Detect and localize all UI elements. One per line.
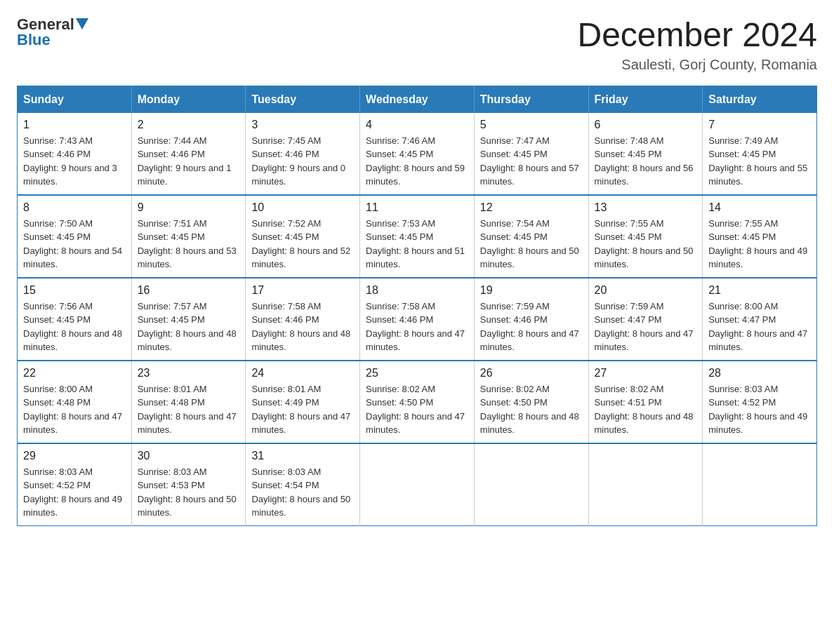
calendar-cell: 12 Sunrise: 7:54 AMSunset: 4:45 PMDaylig… (474, 195, 588, 278)
calendar-cell: 13 Sunrise: 7:55 AMSunset: 4:45 PMDaylig… (588, 195, 703, 278)
calendar-cell: 8 Sunrise: 7:50 AMSunset: 4:45 PMDayligh… (18, 195, 132, 278)
day-info: Sunrise: 8:02 AMSunset: 4:50 PMDaylight:… (366, 382, 468, 437)
calendar-cell: 17 Sunrise: 7:58 AMSunset: 4:46 PMDaylig… (246, 278, 360, 361)
logo: General Blue (17, 17, 88, 48)
day-number: 6 (595, 119, 697, 131)
day-number: 7 (708, 119, 811, 131)
day-number: 9 (138, 201, 240, 214)
calendar-cell: 3 Sunrise: 7:45 AMSunset: 4:46 PMDayligh… (246, 113, 360, 195)
day-info: Sunrise: 7:49 AMSunset: 4:45 PMDaylight:… (708, 134, 811, 189)
header-tuesday: Tuesday (246, 86, 360, 113)
calendar-cell: 9 Sunrise: 7:51 AMSunset: 4:45 PMDayligh… (131, 195, 246, 278)
calendar-cell: 14 Sunrise: 7:55 AMSunset: 4:45 PMDaylig… (703, 195, 817, 278)
day-info: Sunrise: 7:51 AMSunset: 4:45 PMDaylight:… (138, 217, 240, 271)
day-number: 24 (251, 367, 354, 380)
header-friday: Friday (588, 86, 703, 113)
day-info: Sunrise: 8:03 AMSunset: 4:53 PMDaylight:… (138, 465, 240, 520)
calendar-cell: 24 Sunrise: 8:01 AMSunset: 4:49 PMDaylig… (246, 361, 360, 443)
calendar-cell: 28 Sunrise: 8:03 AMSunset: 4:52 PMDaylig… (703, 361, 817, 443)
day-info: Sunrise: 8:01 AMSunset: 4:49 PMDaylight:… (251, 382, 354, 437)
day-number: 25 (366, 367, 468, 380)
calendar-cell: 25 Sunrise: 8:02 AMSunset: 4:50 PMDaylig… (360, 361, 475, 443)
day-info: Sunrise: 7:59 AMSunset: 4:47 PMDaylight:… (595, 300, 697, 354)
day-info: Sunrise: 7:56 AMSunset: 4:45 PMDaylight:… (23, 300, 126, 354)
day-info: Sunrise: 8:00 AMSunset: 4:47 PMDaylight:… (708, 300, 811, 354)
day-info: Sunrise: 8:02 AMSunset: 4:51 PMDaylight:… (595, 382, 697, 437)
svg-marker-0 (76, 18, 88, 29)
day-number: 23 (138, 367, 240, 380)
calendar-cell (588, 443, 703, 526)
header-wednesday: Wednesday (360, 86, 475, 113)
calendar-cell: 18 Sunrise: 7:58 AMSunset: 4:46 PMDaylig… (360, 278, 475, 361)
day-number: 2 (138, 119, 240, 131)
calendar-cell: 30 Sunrise: 8:03 AMSunset: 4:53 PMDaylig… (131, 443, 246, 526)
day-number: 30 (138, 450, 240, 462)
day-info: Sunrise: 7:54 AMSunset: 4:45 PMDaylight:… (480, 217, 583, 271)
calendar-week-row: 15 Sunrise: 7:56 AMSunset: 4:45 PMDaylig… (18, 278, 817, 361)
day-number: 18 (366, 284, 468, 297)
day-number: 27 (595, 367, 697, 380)
day-info: Sunrise: 8:03 AMSunset: 4:52 PMDaylight:… (23, 465, 126, 520)
day-number: 20 (595, 284, 697, 297)
calendar-cell: 31 Sunrise: 8:03 AMSunset: 4:54 PMDaylig… (246, 443, 360, 526)
day-number: 8 (23, 201, 126, 214)
day-info: Sunrise: 8:03 AMSunset: 4:54 PMDaylight:… (251, 465, 354, 520)
calendar-table: SundayMondayTuesdayWednesdayThursdayFrid… (17, 86, 817, 526)
calendar-cell (360, 443, 475, 526)
day-number: 31 (251, 450, 354, 462)
calendar-cell: 2 Sunrise: 7:44 AMSunset: 4:46 PMDayligh… (131, 113, 246, 195)
page-header: General Blue December 2024 Saulesti, Gor… (17, 17, 817, 73)
calendar-cell: 10 Sunrise: 7:52 AMSunset: 4:45 PMDaylig… (246, 195, 360, 278)
calendar-cell: 21 Sunrise: 8:00 AMSunset: 4:47 PMDaylig… (703, 278, 817, 361)
calendar-cell: 7 Sunrise: 7:49 AMSunset: 4:45 PMDayligh… (703, 113, 817, 195)
calendar-cell (703, 443, 817, 526)
day-number: 10 (251, 201, 354, 214)
location-subtitle: Saulesti, Gorj County, Romania (577, 57, 817, 73)
day-info: Sunrise: 8:01 AMSunset: 4:48 PMDaylight:… (138, 382, 240, 437)
day-info: Sunrise: 7:52 AMSunset: 4:45 PMDaylight:… (251, 217, 354, 271)
day-info: Sunrise: 7:58 AMSunset: 4:46 PMDaylight:… (366, 300, 468, 354)
day-number: 4 (366, 119, 468, 131)
day-number: 16 (138, 284, 240, 297)
day-info: Sunrise: 7:45 AMSunset: 4:46 PMDaylight:… (251, 134, 354, 189)
calendar-cell: 5 Sunrise: 7:47 AMSunset: 4:45 PMDayligh… (474, 113, 588, 195)
day-number: 17 (251, 284, 354, 297)
calendar-cell: 15 Sunrise: 7:56 AMSunset: 4:45 PMDaylig… (18, 278, 132, 361)
day-number: 28 (708, 367, 811, 380)
day-number: 19 (480, 284, 583, 297)
day-number: 13 (595, 201, 697, 214)
calendar-week-row: 8 Sunrise: 7:50 AMSunset: 4:45 PMDayligh… (18, 195, 817, 278)
day-info: Sunrise: 7:57 AMSunset: 4:45 PMDaylight:… (138, 300, 240, 354)
day-info: Sunrise: 7:55 AMSunset: 4:45 PMDaylight:… (708, 217, 811, 271)
calendar-cell: 22 Sunrise: 8:00 AMSunset: 4:48 PMDaylig… (18, 361, 132, 443)
calendar-cell (474, 443, 588, 526)
day-info: Sunrise: 7:50 AMSunset: 4:45 PMDaylight:… (23, 217, 126, 271)
calendar-week-row: 29 Sunrise: 8:03 AMSunset: 4:52 PMDaylig… (18, 443, 817, 526)
day-number: 15 (23, 284, 126, 297)
title-section: December 2024 Saulesti, Gorj County, Rom… (577, 17, 817, 73)
day-number: 26 (480, 367, 583, 380)
day-number: 3 (251, 119, 354, 131)
header-thursday: Thursday (474, 86, 588, 113)
day-info: Sunrise: 7:59 AMSunset: 4:46 PMDaylight:… (480, 300, 583, 354)
calendar-cell: 20 Sunrise: 7:59 AMSunset: 4:47 PMDaylig… (588, 278, 703, 361)
calendar-cell: 27 Sunrise: 8:02 AMSunset: 4:51 PMDaylig… (588, 361, 703, 443)
calendar-cell: 6 Sunrise: 7:48 AMSunset: 4:45 PMDayligh… (588, 113, 703, 195)
day-number: 22 (23, 367, 126, 380)
logo-blue-text: Blue (17, 31, 51, 48)
calendar-cell: 23 Sunrise: 8:01 AMSunset: 4:48 PMDaylig… (131, 361, 246, 443)
day-info: Sunrise: 7:48 AMSunset: 4:45 PMDaylight:… (595, 134, 697, 189)
month-title: December 2024 (577, 17, 817, 54)
day-number: 21 (708, 284, 811, 297)
logo-general-text: General (17, 17, 74, 32)
calendar-cell: 16 Sunrise: 7:57 AMSunset: 4:45 PMDaylig… (131, 278, 246, 361)
header-monday: Monday (131, 86, 246, 113)
day-info: Sunrise: 7:55 AMSunset: 4:45 PMDaylight:… (595, 217, 697, 271)
day-info: Sunrise: 8:03 AMSunset: 4:52 PMDaylight:… (708, 382, 811, 437)
header-sunday: Sunday (18, 86, 132, 113)
day-info: Sunrise: 7:58 AMSunset: 4:46 PMDaylight:… (251, 300, 354, 354)
calendar-cell: 26 Sunrise: 8:02 AMSunset: 4:50 PMDaylig… (474, 361, 588, 443)
day-info: Sunrise: 8:02 AMSunset: 4:50 PMDaylight:… (480, 382, 583, 437)
day-number: 1 (23, 119, 126, 131)
logo-arrow-icon (76, 18, 88, 31)
